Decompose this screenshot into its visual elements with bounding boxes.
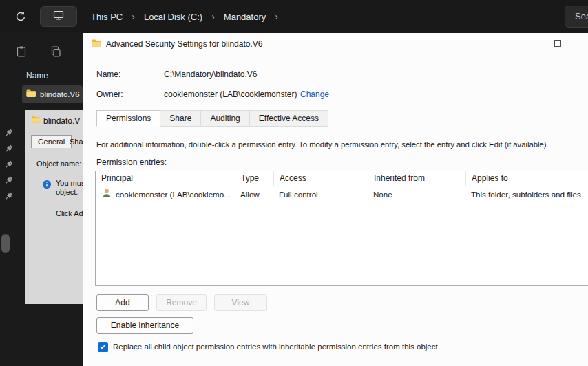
tab-permissions[interactable]: Permissions	[96, 110, 160, 127]
copy-button[interactable]	[50, 45, 62, 58]
pin-icon[interactable]	[3, 175, 14, 186]
maximize-button[interactable]	[545, 33, 570, 54]
permissions-description: For additional information, double-click…	[96, 140, 549, 149]
file-item-blindato[interactable]: blindato.V6	[22, 85, 83, 103]
checkmark-icon	[98, 341, 107, 354]
user-icon	[101, 188, 112, 200]
enable-inheritance-button[interactable]: Enable inheritance	[96, 317, 193, 334]
breadcrumb: This PC › Local Disk (C:) › Mandatory ›	[91, 0, 278, 33]
breadcrumb-this-pc[interactable]: This PC	[91, 12, 123, 22]
info-text-line2: object.	[56, 188, 78, 196]
change-owner-link[interactable]: Change	[300, 89, 329, 99]
cell-inherited-from: None	[368, 190, 465, 199]
name-value: C:\Mandatory\blindato.V6	[164, 69, 257, 79]
monitor-icon	[53, 10, 64, 23]
owner-label: Owner:	[96, 89, 123, 99]
object-name-label: Object name:	[36, 160, 81, 168]
folder-icon	[25, 88, 36, 100]
folder-icon	[31, 115, 41, 126]
tab-general[interactable]: General	[31, 135, 72, 148]
table-header: Principal Type Access Inherited from App…	[96, 171, 588, 186]
name-label: Name:	[96, 69, 120, 79]
column-header-inherited-from[interactable]: Inherited from	[368, 171, 465, 186]
column-header-access[interactable]: Access	[273, 171, 368, 186]
replace-child-permissions-label[interactable]: Replace all child object permission entr…	[113, 343, 438, 351]
this-pc-tab[interactable]	[40, 6, 77, 27]
chevron-right-icon: ›	[132, 11, 135, 22]
column-header-type[interactable]: Type	[235, 171, 273, 186]
cell-type: Allow	[235, 190, 273, 199]
replace-child-permissions-checkbox[interactable]	[98, 342, 108, 352]
add-button[interactable]: Add	[96, 294, 149, 311]
advanced-security-dialog: Advanced Security Settings for blindato.…	[83, 33, 588, 366]
chevron-right-icon: ›	[211, 11, 215, 22]
name-column-header[interactable]: Name	[26, 71, 48, 80]
tab-sharing[interactable]: Sha	[70, 138, 83, 146]
column-header-applies-to[interactable]: Applies to	[465, 171, 588, 186]
maximize-icon	[554, 40, 561, 47]
pin-icon[interactable]	[3, 128, 14, 138]
clipboard-button[interactable]	[15, 45, 28, 58]
dialog-title: Advanced Security Settings for blindato.…	[106, 39, 262, 49]
advanced-hint-text: Click Ad	[56, 209, 83, 217]
info-text-line1: You mus	[56, 179, 83, 187]
file-item-label: blindato.V6	[40, 90, 80, 98]
owner-value: cookiemonster (LAB\cookiemonster)	[164, 89, 297, 99]
breadcrumb-mandatory[interactable]: Mandatory	[224, 12, 266, 22]
cell-principal: cookiemonster (LAB\cookiemo...	[96, 188, 235, 200]
dialog-tabs: Permissions Share Auditing Effective Acc…	[96, 110, 328, 127]
refresh-icon	[15, 12, 26, 24]
copy-icon	[50, 48, 62, 60]
tab-share[interactable]: Share	[160, 110, 201, 127]
properties-window: blindato.V General Sha Object name: You …	[25, 110, 83, 304]
cell-applies-to: This folder, subfolders and files	[465, 190, 588, 199]
view-button[interactable]: View	[214, 294, 267, 311]
remove-button[interactable]: Remove	[156, 294, 207, 311]
table-row[interactable]: cookiemonster (LAB\cookiemo... Allow Ful…	[96, 186, 588, 202]
clipboard-icon	[15, 48, 28, 60]
search-input[interactable]: Sea	[565, 6, 588, 28]
refresh-button[interactable]	[15, 11, 26, 22]
permission-entries-label: Permission entries:	[96, 158, 167, 167]
column-header-principal[interactable]: Principal	[96, 171, 235, 186]
cell-principal-text: cookiemonster (LAB\cookiemo...	[116, 190, 231, 199]
folder-icon	[91, 38, 102, 52]
breadcrumb-local-disk-c[interactable]: Local Disk (C:)	[144, 12, 202, 22]
chevron-right-icon: ›	[275, 11, 278, 22]
pin-icon[interactable]	[3, 144, 14, 154]
tab-auditing[interactable]: Auditing	[201, 110, 249, 127]
tab-effective-access[interactable]: Effective Access	[250, 110, 328, 127]
info-icon	[42, 180, 52, 189]
pin-icon[interactable]	[3, 160, 14, 170]
scrollbar-thumb[interactable]	[1, 234, 10, 253]
cell-access: Full control	[273, 190, 368, 199]
properties-title: blindato.V	[43, 116, 80, 126]
pin-icon[interactable]	[3, 191, 14, 202]
permission-entries-table: Principal Type Access Inherited from App…	[95, 171, 588, 286]
explorer-titlebar: This PC › Local Disk (C:) › Mandatory › …	[0, 0, 588, 33]
